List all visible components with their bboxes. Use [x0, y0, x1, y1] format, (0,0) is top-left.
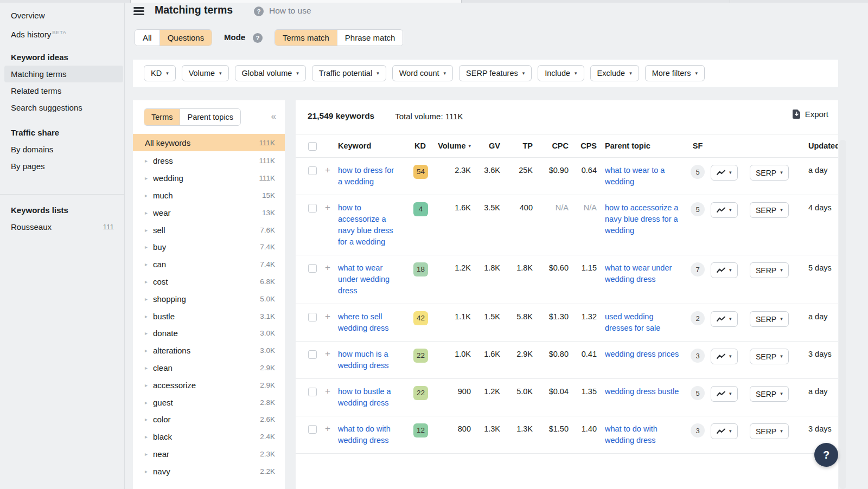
sidebar-item-related-terms[interactable]: Related terms	[0, 82, 124, 99]
export-button[interactable]: Export	[793, 110, 828, 119]
term-list-item[interactable]: ▸ wear 13K	[133, 204, 285, 221]
expand-arrow-icon[interactable]: ▸	[145, 158, 153, 164]
term-list-item[interactable]: ▸ alterations 3.0K	[133, 342, 285, 359]
menu-toggle-icon[interactable]	[133, 7, 144, 16]
term-list-item[interactable]: ▸ much 15K	[133, 187, 285, 204]
expand-arrow-icon[interactable]: ▸	[145, 244, 153, 250]
trend-chart-button[interactable]: ▾	[711, 349, 738, 364]
serp-button[interactable]: SERP ▾	[750, 165, 789, 181]
parent-topic-link[interactable]: used wedding dresses for sale	[605, 311, 679, 334]
trend-chart-button[interactable]: ▾	[711, 423, 738, 439]
term-list-item[interactable]: ▸ wedding 111K	[133, 170, 285, 187]
sidebar-item-overview[interactable]: Overview	[0, 7, 124, 24]
expand-arrow-icon[interactable]: ▸	[145, 400, 153, 406]
filter-dropdown[interactable]: Global volume ▾	[235, 65, 306, 81]
keyword-link[interactable]: what to wear under wedding dress	[338, 262, 399, 297]
keyword-link[interactable]: how much is a wedding dress	[338, 349, 399, 371]
col-cps[interactable]: CPS	[569, 141, 597, 150]
add-keyword-button[interactable]: +	[320, 311, 335, 322]
expand-arrow-icon[interactable]: ▸	[145, 227, 153, 233]
sidebar-item-search-suggestions[interactable]: Search suggestions	[0, 99, 124, 116]
term-list-item[interactable]: ▸ guest 2.8K	[133, 394, 285, 411]
col-parent-topic[interactable]: Parent topic	[597, 141, 685, 150]
add-keyword-button[interactable]: +	[320, 165, 335, 176]
serp-button[interactable]: SERP ▾	[750, 423, 789, 439]
term-list-item[interactable]: ▸ bustle 3.1K	[133, 307, 285, 325]
keyword-link[interactable]: how to dress for a wedding	[338, 165, 399, 188]
expand-arrow-icon[interactable]: ▸	[145, 382, 153, 388]
col-cpc[interactable]: CPC	[533, 141, 569, 150]
how-to-use-link[interactable]: How to use	[269, 6, 311, 16]
trend-chart-button[interactable]: ▾	[711, 386, 738, 402]
filter-dropdown[interactable]: Include ▾	[538, 65, 584, 81]
term-list-item[interactable]: ▸ shopping 5.0K	[133, 290, 285, 307]
tab-all[interactable]: All	[135, 30, 160, 46]
parent-topic-link[interactable]: what to wear under wedding dress	[605, 262, 679, 285]
trend-chart-button[interactable]: ▾	[711, 311, 738, 327]
trend-chart-button[interactable]: ▾	[711, 165, 738, 181]
tab-questions[interactable]: Questions	[160, 30, 212, 46]
all-keywords-row[interactable]: All keywords 111K	[133, 134, 285, 151]
row-checkbox[interactable]	[308, 388, 317, 396]
serp-button[interactable]: SERP ▾	[750, 311, 789, 327]
filter-dropdown[interactable]: Word count ▾	[392, 65, 453, 81]
col-kd[interactable]: KD	[407, 141, 434, 150]
term-list-item[interactable]: ▸ clean 2.9K	[133, 359, 285, 377]
filter-dropdown[interactable]: KD ▾	[144, 65, 176, 81]
expand-arrow-icon[interactable]: ▸	[145, 261, 153, 267]
filter-dropdown[interactable]: Traffic potential ▾	[312, 65, 386, 81]
expand-arrow-icon[interactable]: ▸	[145, 365, 153, 371]
parent-topic-link[interactable]: wedding dress prices	[605, 349, 679, 360]
expand-arrow-icon[interactable]: ▸	[145, 313, 153, 319]
keyword-link[interactable]: where to sell wedding dress	[338, 311, 399, 334]
col-sf[interactable]: SF	[685, 141, 711, 150]
mode-help-icon[interactable]: ?	[253, 33, 263, 43]
tab-terms[interactable]: Terms	[144, 109, 180, 125]
tab-phrase-match[interactable]: Phrase match	[337, 30, 403, 46]
filter-dropdown[interactable]: Volume ▾	[182, 65, 229, 81]
expand-arrow-icon[interactable]: ▸	[145, 210, 153, 216]
sidebar-item-by-domains[interactable]: By domains	[0, 141, 124, 158]
col-updated[interactable]: Updated	[799, 141, 838, 150]
term-list-item[interactable]: ▸ color 2.6K	[133, 411, 285, 428]
term-list-item[interactable]: ▸ black 2.4K	[133, 428, 285, 446]
add-keyword-button[interactable]: +	[320, 423, 335, 434]
add-keyword-button[interactable]: +	[320, 349, 335, 359]
expand-arrow-icon[interactable]: ▸	[145, 330, 153, 336]
filter-dropdown[interactable]: SERP features ▾	[459, 65, 532, 81]
col-gv[interactable]: GV	[471, 141, 500, 150]
sidebar-item-by-pages[interactable]: By pages	[0, 158, 124, 175]
parent-topic-link[interactable]: what to do with wedding dress	[605, 423, 679, 446]
expand-arrow-icon[interactable]: ▸	[145, 279, 153, 285]
expand-arrow-icon[interactable]: ▸	[145, 296, 153, 302]
keyword-link[interactable]: how to accessorize a navy blue dress for…	[338, 202, 399, 248]
expand-arrow-icon[interactable]: ▸	[145, 434, 153, 440]
vertical-scrollbar[interactable]	[839, 140, 846, 489]
col-volume[interactable]: Volume▾	[434, 141, 471, 150]
term-list-item[interactable]: ▸ navy 2.2K	[133, 462, 285, 480]
parent-topic-link[interactable]: wedding dress bustle	[605, 386, 679, 397]
serp-button[interactable]: SERP ▾	[750, 202, 789, 218]
term-list-item[interactable]: ▸ near 2.3K	[133, 446, 285, 463]
add-keyword-button[interactable]: +	[320, 386, 335, 397]
sidebar-item-keywords-list[interactable]: Rousseaux 111	[0, 218, 125, 235]
term-list-item[interactable]: ▸ cost 6.8K	[133, 273, 285, 291]
tab-terms-match[interactable]: Terms match	[275, 30, 337, 46]
term-list-item[interactable]: ▸ buy 7.4K	[133, 239, 285, 256]
parent-topic-link[interactable]: what to wear to a wedding	[605, 165, 679, 188]
sidebar-item-matching-terms[interactable]: Matching terms	[4, 66, 123, 82]
col-tp[interactable]: TP	[500, 141, 533, 150]
add-keyword-button[interactable]: +	[320, 262, 335, 273]
parent-topic-link[interactable]: how to accessorize a navy blue dress for…	[605, 202, 679, 236]
trend-chart-button[interactable]: ▾	[711, 202, 738, 218]
term-list-item[interactable]: ▸ accessorize 2.9K	[133, 376, 285, 394]
collapse-panel-icon[interactable]: «	[271, 111, 276, 122]
trend-chart-button[interactable]: ▾	[711, 262, 738, 278]
floating-help-button[interactable]: ?	[814, 443, 838, 467]
row-checkbox[interactable]	[308, 350, 317, 359]
tab-parent-topics[interactable]: Parent topics	[180, 109, 240, 125]
row-checkbox[interactable]	[308, 204, 317, 213]
expand-arrow-icon[interactable]: ▸	[145, 175, 153, 181]
term-list-item[interactable]: ▸ dress 111K	[133, 152, 285, 170]
expand-arrow-icon[interactable]: ▸	[145, 348, 153, 353]
